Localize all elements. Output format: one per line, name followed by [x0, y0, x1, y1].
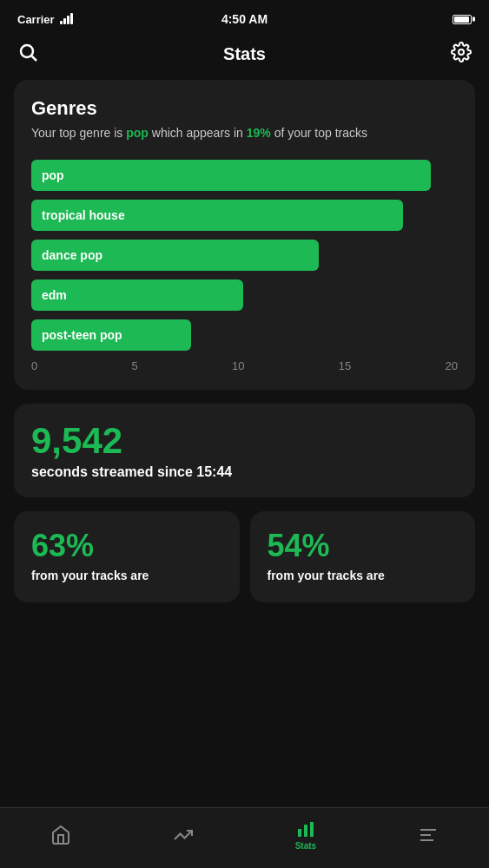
settings-button[interactable]	[451, 42, 472, 66]
genres-card: Genres Your top genre is pop which appea…	[14, 80, 475, 390]
status-time: 4:50 AM	[221, 12, 268, 26]
streamed-label: seconds streamed since 15:44	[31, 464, 458, 480]
trending-icon	[173, 825, 194, 845]
bar-track: edm	[31, 279, 243, 311]
search-icon	[17, 42, 38, 62]
stats-desc-1: from your tracks are	[31, 568, 222, 585]
stats-row: 63% from your tracks are 54% from your t…	[14, 511, 475, 602]
page-title: Stats	[223, 44, 266, 64]
bar-label: pop	[42, 168, 64, 182]
stats-icon	[295, 819, 316, 839]
x-axis: 0 5 10 15 20	[31, 359, 458, 372]
stats-card-2: 54% from your tracks are	[250, 511, 476, 602]
bar-track: dance pop	[31, 240, 319, 271]
genres-title: Genres	[31, 97, 458, 120]
bar-row: post-teen pop	[31, 319, 458, 351]
svg-rect-4	[304, 825, 307, 837]
search-button[interactable]	[17, 42, 38, 66]
nav-stats-label: Stats	[295, 841, 316, 851]
streamed-number: 9,542	[31, 421, 458, 461]
nav-home[interactable]	[0, 825, 122, 845]
nav-trending[interactable]	[122, 825, 245, 845]
stats-desc-2: from your tracks are	[268, 568, 459, 585]
stats-card-1: 63% from your tracks are	[14, 511, 240, 602]
svg-rect-3	[298, 829, 301, 837]
header: Stats	[0, 35, 489, 80]
bar-label: tropical house	[42, 208, 125, 222]
svg-point-0	[21, 45, 33, 57]
bar-label: dance pop	[42, 248, 102, 262]
bar-track: pop	[31, 160, 431, 191]
genres-subtitle: Your top genre is pop which appears in 1…	[31, 125, 458, 142]
nav-menu[interactable]	[367, 825, 489, 845]
bottom-nav: Stats	[0, 807, 489, 868]
battery-icon	[453, 15, 472, 24]
wifi-icon	[60, 14, 73, 24]
bar-row: dance pop	[31, 240, 458, 271]
home-icon	[50, 825, 71, 845]
menu-icon	[418, 825, 439, 845]
svg-point-2	[459, 49, 464, 55]
bar-row: tropical house	[31, 200, 458, 231]
gear-icon	[451, 42, 472, 62]
status-carrier: Carrier	[17, 13, 73, 26]
stats-percent-2: 54%	[268, 529, 459, 563]
status-bar: Carrier 4:50 AM	[0, 0, 489, 35]
bar-label: edm	[42, 288, 67, 302]
svg-rect-5	[310, 822, 314, 837]
bar-chart: poptropical housedance popedmpost-teen p…	[31, 160, 458, 351]
bar-track: post-teen pop	[31, 319, 191, 351]
status-right	[453, 15, 472, 24]
stats-percent-1: 63%	[31, 529, 222, 563]
bar-row: pop	[31, 160, 458, 191]
bar-label: post-teen pop	[42, 328, 122, 342]
streamed-card: 9,542 seconds streamed since 15:44	[14, 404, 475, 497]
bar-track: tropical house	[31, 200, 403, 231]
bar-row: edm	[31, 279, 458, 311]
nav-stats[interactable]: Stats	[245, 819, 367, 851]
svg-line-1	[32, 56, 37, 62]
